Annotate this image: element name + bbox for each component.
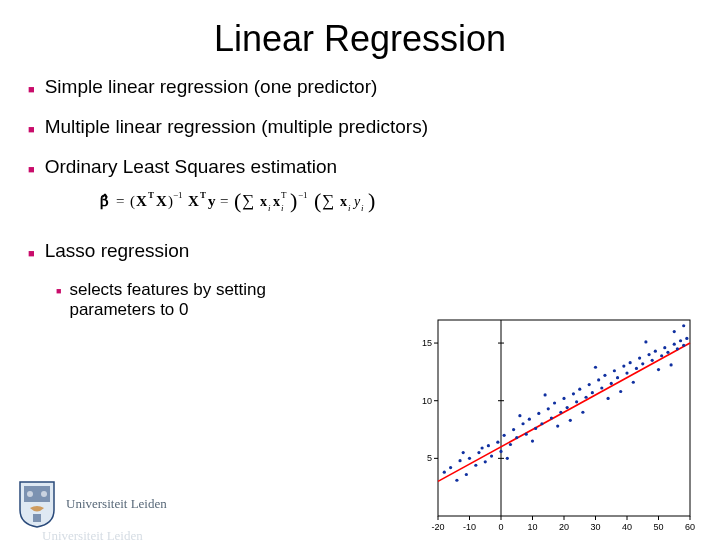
svg-line-57 [438,343,690,481]
svg-point-103 [638,356,641,359]
svg-point-121 [607,397,610,400]
svg-point-115 [685,337,688,340]
svg-text:x: x [340,194,347,209]
svg-point-81 [547,407,550,410]
svg-point-135 [27,491,33,497]
svg-text:−1: −1 [298,190,308,200]
svg-point-77 [528,418,531,421]
bullet-icon: ■ [56,286,61,296]
bullet-ols: ■ Ordinary Least Squares estimation [28,156,692,178]
svg-point-106 [651,359,654,362]
svg-point-118 [531,439,534,442]
svg-text:x: x [273,194,280,209]
svg-text:T: T [281,190,287,200]
svg-text:x: x [260,194,267,209]
svg-point-66 [484,460,487,463]
ols-formula: β̂ = ( X T X ) −1 X T y = ( ∑ x i x i T … [100,186,692,222]
bullet-text: Multiple linear regression (multiple pre… [45,116,428,138]
svg-point-65 [477,451,480,454]
svg-point-99 [622,365,625,368]
svg-point-117 [506,457,509,460]
svg-text:40: 40 [622,522,632,532]
svg-text:=: = [220,193,228,209]
svg-point-97 [613,369,616,372]
svg-text:): ) [368,188,375,213]
bullet-list: ■ Simple linear regression (one predicto… [0,76,720,320]
svg-point-114 [682,344,685,347]
svg-point-82 [550,416,553,419]
logo-label: Universiteit Leiden [66,496,167,512]
svg-point-70 [499,450,502,453]
svg-text:i: i [348,203,351,213]
svg-point-111 [673,343,676,346]
svg-point-128 [594,366,597,369]
svg-text:∑: ∑ [322,191,334,210]
svg-text:30: 30 [590,522,600,532]
svg-point-104 [641,362,644,365]
svg-point-67 [487,444,490,447]
bullet-icon: ■ [28,163,35,175]
svg-rect-28 [438,320,690,516]
bullet-icon: ■ [28,123,35,135]
shield-icon [18,480,56,528]
svg-text:(: ( [130,193,135,210]
svg-text:∑: ∑ [242,191,254,210]
svg-point-94 [600,386,603,389]
svg-point-98 [616,376,619,379]
svg-text:10: 10 [527,522,537,532]
svg-point-79 [537,412,540,415]
svg-text:y: y [208,193,216,209]
svg-point-129 [619,390,622,393]
svg-point-63 [468,457,471,460]
svg-rect-137 [33,514,41,522]
svg-text:=: = [116,193,124,209]
svg-text:i: i [281,203,284,213]
scatter-svg: -20-10010203040506051015 [408,314,696,534]
svg-point-84 [559,411,562,414]
svg-point-71 [503,434,506,437]
svg-point-59 [449,466,452,469]
svg-text:50: 50 [653,522,663,532]
svg-point-69 [496,441,499,444]
svg-point-122 [632,381,635,384]
svg-text:−1: −1 [173,190,183,200]
svg-point-109 [663,346,666,349]
svg-text:X: X [156,193,167,209]
svg-point-62 [465,473,468,476]
svg-point-85 [562,397,565,400]
svg-point-136 [41,491,47,497]
svg-point-126 [544,393,547,396]
svg-point-64 [474,464,477,467]
svg-point-123 [657,368,660,371]
svg-text:X: X [188,193,199,209]
svg-point-76 [525,433,528,436]
svg-point-68 [490,454,493,457]
svg-point-74 [515,436,518,439]
svg-point-89 [578,388,581,391]
formula-svg: β̂ = ( X T X ) −1 X T y = ( ∑ x i x i T … [100,186,430,218]
svg-point-60 [455,479,458,482]
svg-text:10: 10 [422,396,432,406]
svg-point-101 [629,361,632,364]
svg-point-91 [588,383,591,386]
svg-point-100 [625,371,628,374]
svg-text:y: y [352,194,361,209]
scatter-plot: -20-10010203040506051015 [408,314,696,534]
svg-point-110 [666,351,669,354]
svg-point-127 [569,419,572,422]
svg-point-113 [679,339,682,342]
logo-label-ghost: Universiteit Leiden [42,528,143,540]
svg-text:): ) [290,188,297,213]
svg-point-95 [603,374,606,377]
svg-text:X: X [136,193,147,209]
svg-point-107 [654,350,657,353]
svg-text:i: i [268,203,271,213]
svg-text:(: ( [314,188,321,213]
svg-point-80 [540,422,543,425]
university-logo: Universiteit Leiden [18,480,167,528]
svg-point-130 [644,340,647,343]
svg-point-124 [462,451,465,454]
svg-point-116 [481,446,484,449]
bullet-multiple-linear: ■ Multiple linear regression (multiple p… [28,116,692,138]
svg-text:60: 60 [685,522,695,532]
